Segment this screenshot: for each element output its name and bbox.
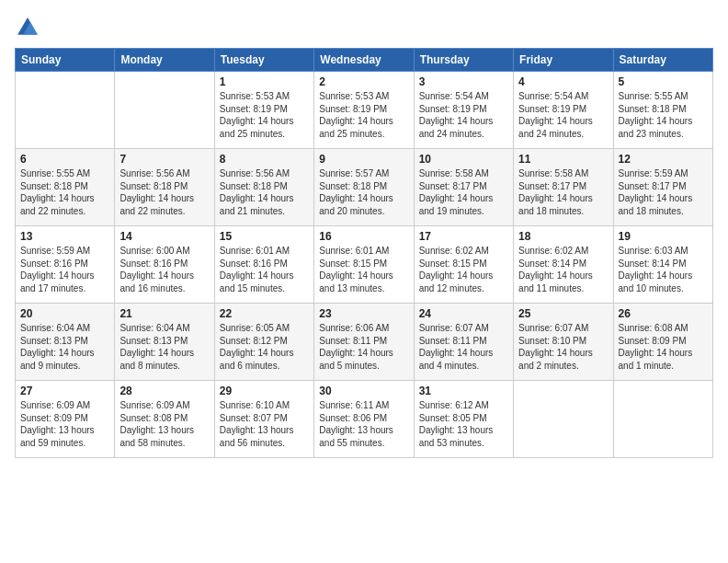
cell-sun-info: Sunrise: 6:07 AM Sunset: 8:10 PM Dayligh… [518,322,608,372]
weekday-header: Thursday [414,49,513,72]
weekday-header: Monday [115,49,214,72]
cell-sun-info: Sunrise: 6:07 AM Sunset: 8:11 PM Dayligh… [419,322,508,372]
day-number: 19 [619,230,708,243]
day-number: 4 [518,75,608,88]
day-number: 22 [220,307,309,320]
cell-sun-info: Sunrise: 5:56 AM Sunset: 8:18 PM Dayligh… [220,167,309,217]
calendar-cell: 29Sunrise: 6:10 AM Sunset: 8:07 PM Dayli… [214,381,313,458]
cell-sun-info: Sunrise: 5:59 AM Sunset: 8:16 PM Dayligh… [20,245,109,294]
cell-sun-info: Sunrise: 5:54 AM Sunset: 8:19 PM Dayligh… [518,90,608,140]
weekday-header: Wednesday [314,49,414,72]
calendar-cell: 4Sunrise: 5:54 AM Sunset: 8:19 PM Daylig… [514,72,613,149]
cell-sun-info: Sunrise: 6:06 AM Sunset: 8:11 PM Dayligh… [319,322,408,372]
calendar-cell: 25Sunrise: 6:07 AM Sunset: 8:10 PM Dayli… [514,304,613,381]
cell-sun-info: Sunrise: 6:02 AM Sunset: 8:14 PM Dayligh… [518,245,608,294]
day-number: 8 [220,153,309,166]
cell-sun-info: Sunrise: 5:55 AM Sunset: 8:18 PM Dayligh… [20,167,109,217]
cell-sun-info: Sunrise: 6:04 AM Sunset: 8:13 PM Dayligh… [20,322,109,372]
calendar-week-row: 13Sunrise: 5:59 AM Sunset: 8:16 PM Dayli… [16,226,713,304]
day-number: 24 [419,307,508,320]
day-number: 14 [119,230,209,243]
day-number: 25 [518,307,608,320]
calendar-cell: 6Sunrise: 5:55 AM Sunset: 8:18 PM Daylig… [16,149,115,226]
calendar-cell: 12Sunrise: 5:59 AM Sunset: 8:17 PM Dayli… [613,149,712,226]
weekday-header: Friday [514,49,613,72]
cell-sun-info: Sunrise: 5:53 AM Sunset: 8:19 PM Dayligh… [220,90,309,140]
cell-sun-info: Sunrise: 5:55 AM Sunset: 8:18 PM Dayligh… [619,90,708,140]
cell-sun-info: Sunrise: 6:03 AM Sunset: 8:14 PM Dayligh… [619,245,708,294]
day-number: 13 [20,230,109,243]
calendar-cell: 20Sunrise: 6:04 AM Sunset: 8:13 PM Dayli… [16,304,115,381]
cell-sun-info: Sunrise: 6:01 AM Sunset: 8:16 PM Dayligh… [220,245,309,294]
day-number: 21 [119,307,209,320]
weekday-header: Sunday [16,49,115,72]
cell-sun-info: Sunrise: 6:08 AM Sunset: 8:09 PM Dayligh… [619,322,708,372]
calendar-cell: 5Sunrise: 5:55 AM Sunset: 8:18 PM Daylig… [613,72,712,149]
cell-sun-info: Sunrise: 6:09 AM Sunset: 8:09 PM Dayligh… [20,399,109,449]
calendar-week-row: 27Sunrise: 6:09 AM Sunset: 8:09 PM Dayli… [16,381,713,458]
calendar-header-row: SundayMondayTuesdayWednesdayThursdayFrid… [16,49,713,72]
calendar-cell: 3Sunrise: 5:54 AM Sunset: 8:19 PM Daylig… [414,72,513,149]
cell-sun-info: Sunrise: 6:02 AM Sunset: 8:15 PM Dayligh… [419,245,508,294]
day-number: 15 [220,230,309,243]
day-number: 23 [319,307,408,320]
day-number: 1 [220,75,309,88]
calendar-cell: 18Sunrise: 6:02 AM Sunset: 8:14 PM Dayli… [514,226,613,304]
calendar-cell: 19Sunrise: 6:03 AM Sunset: 8:14 PM Dayli… [613,226,712,304]
calendar-week-row: 1Sunrise: 5:53 AM Sunset: 8:19 PM Daylig… [16,72,713,149]
day-number: 12 [619,153,708,166]
calendar-cell: 28Sunrise: 6:09 AM Sunset: 8:08 PM Dayli… [115,381,214,458]
day-number: 26 [619,307,708,320]
calendar-cell: 15Sunrise: 6:01 AM Sunset: 8:16 PM Dayli… [214,226,313,304]
calendar-cell: 31Sunrise: 6:12 AM Sunset: 8:05 PM Dayli… [414,381,513,458]
day-number: 2 [319,75,408,88]
calendar-cell: 27Sunrise: 6:09 AM Sunset: 8:09 PM Dayli… [16,381,115,458]
day-number: 27 [20,385,109,397]
calendar-cell [514,381,613,458]
cell-sun-info: Sunrise: 6:11 AM Sunset: 8:06 PM Dayligh… [319,399,408,449]
calendar-cell: 16Sunrise: 6:01 AM Sunset: 8:15 PM Dayli… [314,226,414,304]
day-number: 3 [419,75,508,88]
cell-sun-info: Sunrise: 6:10 AM Sunset: 8:07 PM Dayligh… [220,399,309,449]
cell-sun-info: Sunrise: 5:58 AM Sunset: 8:17 PM Dayligh… [419,167,508,217]
calendar-cell: 23Sunrise: 6:06 AM Sunset: 8:11 PM Dayli… [314,304,414,381]
calendar-cell: 21Sunrise: 6:04 AM Sunset: 8:13 PM Dayli… [115,304,214,381]
calendar-cell: 14Sunrise: 6:00 AM Sunset: 8:16 PM Dayli… [115,226,214,304]
cell-sun-info: Sunrise: 5:54 AM Sunset: 8:19 PM Dayligh… [419,90,508,140]
day-number: 29 [220,385,309,397]
day-number: 16 [319,230,408,243]
calendar-cell: 2Sunrise: 5:53 AM Sunset: 8:19 PM Daylig… [314,72,414,149]
weekday-header: Tuesday [214,49,313,72]
cell-sun-info: Sunrise: 6:12 AM Sunset: 8:05 PM Dayligh… [419,399,508,449]
cell-sun-info: Sunrise: 6:00 AM Sunset: 8:16 PM Dayligh… [119,245,209,294]
calendar-cell: 13Sunrise: 5:59 AM Sunset: 8:16 PM Dayli… [16,226,115,304]
cell-sun-info: Sunrise: 6:05 AM Sunset: 8:12 PM Dayligh… [220,322,309,372]
day-number: 30 [319,385,408,397]
calendar-cell: 1Sunrise: 5:53 AM Sunset: 8:19 PM Daylig… [214,72,313,149]
calendar-week-row: 20Sunrise: 6:04 AM Sunset: 8:13 PM Dayli… [16,304,713,381]
day-number: 9 [319,153,408,166]
day-number: 18 [518,230,608,243]
calendar-cell: 22Sunrise: 6:05 AM Sunset: 8:12 PM Dayli… [214,304,313,381]
day-number: 11 [518,153,608,166]
cell-sun-info: Sunrise: 5:56 AM Sunset: 8:18 PM Dayligh… [119,167,209,217]
page-header [15,15,713,40]
cell-sun-info: Sunrise: 5:53 AM Sunset: 8:19 PM Dayligh… [319,90,408,140]
cell-sun-info: Sunrise: 6:04 AM Sunset: 8:13 PM Dayligh… [119,322,209,372]
day-number: 28 [119,385,209,397]
calendar-cell: 26Sunrise: 6:08 AM Sunset: 8:09 PM Dayli… [613,304,712,381]
cell-sun-info: Sunrise: 5:57 AM Sunset: 8:18 PM Dayligh… [319,167,408,217]
calendar-cell: 17Sunrise: 6:02 AM Sunset: 8:15 PM Dayli… [414,226,513,304]
calendar-cell: 10Sunrise: 5:58 AM Sunset: 8:17 PM Dayli… [414,149,513,226]
day-number: 10 [419,153,508,166]
day-number: 17 [419,230,508,243]
calendar-cell: 9Sunrise: 5:57 AM Sunset: 8:18 PM Daylig… [314,149,414,226]
calendar-cell: 11Sunrise: 5:58 AM Sunset: 8:17 PM Dayli… [514,149,613,226]
calendar-cell: 7Sunrise: 5:56 AM Sunset: 8:18 PM Daylig… [115,149,214,226]
logo [15,15,44,40]
cell-sun-info: Sunrise: 6:01 AM Sunset: 8:15 PM Dayligh… [319,245,408,294]
day-number: 31 [419,385,508,397]
day-number: 6 [20,153,109,166]
calendar-cell [115,72,214,149]
day-number: 5 [619,75,708,88]
